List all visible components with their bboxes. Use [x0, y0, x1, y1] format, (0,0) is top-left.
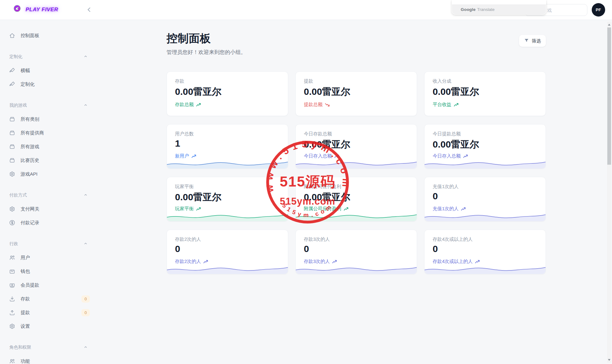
- sidebar-item-label: 控制面板: [21, 33, 39, 39]
- scrollbar-down-arrow-icon[interactable]: [608, 359, 610, 361]
- users-icon: [9, 358, 16, 364]
- avatar[interactable]: PF: [592, 3, 605, 17]
- wallet-icon: [9, 268, 16, 275]
- sidebar-item[interactable]: 定制化: [0, 77, 100, 91]
- card-label: 收入分成: [433, 78, 451, 84]
- count-badge: 0: [81, 309, 90, 316]
- sidebar-item[interactable]: 比赛历史: [0, 153, 100, 167]
- sidebar-section-header[interactable]: 我的游戏: [0, 99, 100, 112]
- card-link-label: 提款总额: [304, 102, 323, 108]
- filter-label: 筛选: [532, 38, 541, 44]
- trend-up-icon: [454, 103, 459, 107]
- sidebar-item-label: 游戏API: [21, 171, 37, 177]
- chevron-up-icon: [83, 103, 88, 108]
- sidebar-item[interactable]: 存款0: [0, 292, 100, 306]
- stat-card: 今日存款总额0.00雷亚尔今日存入总额: [295, 124, 417, 169]
- card-label: 用户总数: [175, 131, 194, 137]
- card-value: 0.00雷亚尔: [175, 85, 221, 98]
- sidebar-item-label: 所有提供商: [21, 130, 44, 136]
- sparkline-chart: [167, 263, 288, 274]
- sidebar-section-label: 定制化: [9, 54, 22, 60]
- sidebar-item[interactable]: 支付网关: [0, 202, 100, 216]
- sidebar-item[interactable]: 付款记录: [0, 216, 100, 230]
- chevron-left-icon: [86, 9, 93, 14]
- card-value: 0: [433, 191, 438, 201]
- card-link[interactable]: 存款总额: [175, 102, 201, 108]
- sidebar-scrollbar[interactable]: [607, 22, 611, 363]
- sidebar-item[interactable]: 控制面板: [0, 29, 100, 42]
- sidebar-item-label: 存款: [21, 296, 30, 302]
- filter-button[interactable]: 筛选: [519, 35, 546, 47]
- stat-card: 用户总数1新用户: [167, 124, 288, 169]
- sidebar: 控制面板定制化横幅定制化我的游戏所有类别所有提供商所有游戏比赛历史游戏API付款…: [0, 20, 100, 364]
- sidebar-section-header[interactable]: 角色和权限: [0, 341, 100, 354]
- sidebar-item[interactable]: 所有游戏: [0, 140, 100, 153]
- sidebar-section-header[interactable]: 付款方式: [0, 188, 100, 202]
- sidebar-section-header[interactable]: 行政: [0, 237, 100, 251]
- card-value: 0.00雷亚尔: [175, 191, 221, 204]
- sparkline-chart: [296, 210, 417, 221]
- stat-card: 玩家平衡0.00雷亚尔玩家平衡: [167, 177, 288, 221]
- sparkline-chart: [167, 210, 288, 221]
- sidebar-section-label: 角色和权限: [9, 345, 31, 350]
- chevron-up-icon: [83, 241, 88, 247]
- google-translate-widget[interactable]: Google Translate: [452, 0, 546, 15]
- sidebar-item-label: 提款: [21, 310, 30, 316]
- download-icon: [9, 295, 16, 302]
- count-badge: 0: [81, 295, 90, 303]
- users-icon: [9, 254, 16, 261]
- logo-icon: [14, 5, 23, 14]
- sidebar-section-header[interactable]: 定制化: [0, 50, 100, 64]
- scrollbar-up-arrow-icon[interactable]: [608, 24, 610, 26]
- sidebar-item[interactable]: 钱包: [0, 265, 100, 278]
- google-translate-label: Translate: [477, 7, 495, 12]
- google-translate-bar[interactable]: Google Translate: [452, 4, 546, 14]
- card-link-label: 平台收益: [433, 102, 451, 108]
- sparkline-chart: [167, 157, 288, 168]
- page-subtitle: 管理员您好！欢迎来到您的小组。: [167, 49, 246, 56]
- sidebar-item-label: 会员提款: [21, 282, 39, 288]
- banknote-icon: [9, 282, 16, 289]
- sidebar-item[interactable]: 用户: [0, 251, 100, 265]
- card-label: 存款3次的人: [304, 236, 330, 242]
- sidebar-item[interactable]: 会员提款: [0, 278, 100, 292]
- sparkline-chart: [425, 157, 546, 168]
- card-value: 0.00雷亚尔: [433, 85, 479, 98]
- main-content: 控制面板 管理员您好！欢迎来到您的小组。 筛选 存款0.00雷亚尔存款总额提款0…: [100, 20, 612, 364]
- card-link[interactable]: 提款总额: [304, 102, 330, 108]
- archive-icon: [9, 129, 16, 136]
- chevron-up-icon: [83, 192, 88, 198]
- sidebar-item-label: 设置: [21, 323, 30, 329]
- app-logo[interactable]: PLAY FIVER: [14, 5, 58, 14]
- sidebar-section-label: 付款方式: [9, 192, 27, 198]
- sparkline-chart: [296, 263, 417, 274]
- gear-icon: [9, 171, 16, 177]
- sidebar-item[interactable]: 提款0: [0, 306, 100, 319]
- sidebar-section-label: 我的游戏: [9, 103, 27, 108]
- sidebar-item[interactable]: 所有提供商: [0, 126, 100, 140]
- google-translate-brand: Google: [461, 7, 476, 12]
- card-label: 存款4次或以上的人: [433, 236, 473, 242]
- scrollbar-thumb[interactable]: [607, 27, 611, 165]
- sidebar-section-label: 行政: [9, 241, 18, 247]
- card-label: 提款: [304, 78, 313, 84]
- sidebar-item[interactable]: 游戏API: [0, 167, 100, 181]
- chevron-up-icon: [83, 345, 88, 350]
- sidebar-collapse-button[interactable]: [85, 6, 94, 14]
- sidebar-item[interactable]: 设置: [0, 319, 100, 333]
- card-label: 今日提款总额: [433, 131, 461, 137]
- card-link[interactable]: 平台收益: [433, 102, 459, 108]
- card-value: 0.00雷亚尔: [433, 138, 479, 151]
- sidebar-item-label: 定制化: [21, 81, 35, 87]
- sidebar-item[interactable]: 所有类别: [0, 112, 100, 126]
- sidebar-item-label: 所有类别: [21, 116, 39, 122]
- card-label: 今日存款总额: [304, 131, 332, 137]
- sidebar-item[interactable]: 功能: [0, 354, 100, 364]
- stat-card: 存款2次的人0存款2次的人: [167, 230, 288, 274]
- archive-icon: [9, 157, 16, 164]
- card-value: 0: [433, 244, 438, 254]
- card-label: 存款: [175, 78, 184, 84]
- home-icon: [9, 32, 16, 39]
- sidebar-item[interactable]: 横幅: [0, 64, 100, 77]
- stat-card: 存款4次或以上的人0存款4次或以上的人: [424, 230, 546, 274]
